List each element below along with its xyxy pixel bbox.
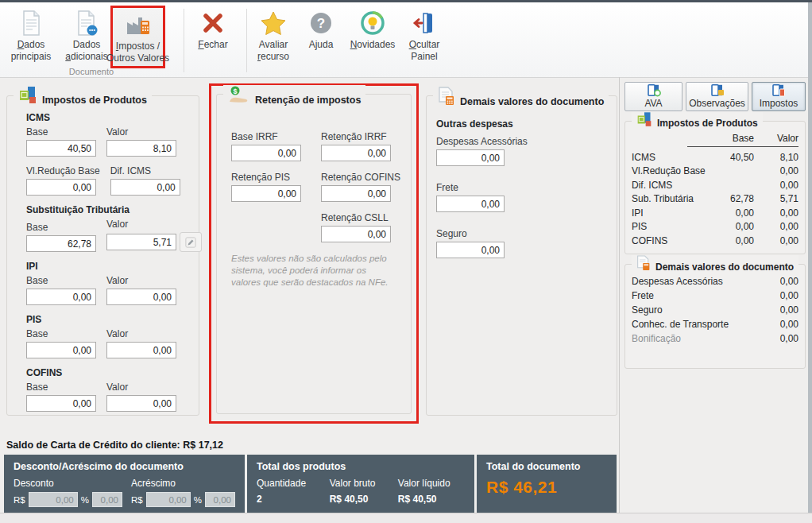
groupbox-title-text: Demais valores do documento [655,262,794,273]
field-label: Base IRRF [231,131,301,142]
despesas-acessorias-input[interactable] [436,149,505,166]
hand-dollar-icon: $ [228,85,250,107]
star-icon [261,7,286,39]
base-irrf-input[interactable] [231,145,301,161]
edit-st-button[interactable] [180,232,202,252]
retencao-pis-input[interactable] [231,185,301,202]
hide-panel-icon [412,7,436,39]
tab-ava[interactable]: AVA [624,82,682,111]
row-label: Seguro [632,304,754,316]
dados-principais-button[interactable]: Dados principais [6,7,56,72]
field: Despesas Acessórias [436,136,607,166]
factory-calculator-icon [125,9,152,41]
percent-label: % [194,495,202,505]
row-valor: 0,00 [754,290,798,301]
field-label: Base [26,222,96,233]
table-row: Vl.Redução Base0,00 [625,165,805,179]
row-label: ICMS [632,152,705,163]
app-window: Dados principais Dados adicionais Impost… [0,0,812,523]
button-label: Ocultar [409,39,440,51]
cofins-base-input[interactable] [26,395,96,412]
row-valor: 0,00 [754,276,798,287]
acrescimo-valor-input[interactable] [146,492,191,507]
icms-valor-input[interactable] [106,140,176,157]
seguro-input[interactable] [436,242,505,258]
ipi-valor-input[interactable] [106,289,176,305]
retencao-groupbox: $ Retenção de impostos Base IRRF Retençã… [216,94,412,414]
field: Base IRRF [231,131,301,161]
field-label: Base [26,328,96,339]
field-label: Base [26,275,96,286]
document-plus-icon [75,7,99,39]
acrescimo-pct-input[interactable] [205,492,235,507]
button-label: Ajuda [309,39,334,51]
retencao-irrf-input[interactable] [321,145,391,161]
section-heading: IPI [26,261,191,272]
icms-base-input[interactable] [26,140,96,157]
sidebar-divider [619,77,620,513]
table-header: Base Valor [687,133,798,147]
field: Base [26,275,96,305]
button-label: Avaliar [259,39,288,51]
fechar-button[interactable]: Fechar [191,7,235,72]
impostos-outros-valores-button[interactable]: Impostos / Outros Valores [113,9,163,74]
field-label: Retenção PIS [231,172,301,183]
button-label: principais [11,51,52,63]
button-label: Dados [73,39,101,51]
button-label: Outros Valores [106,52,169,64]
section-heading: Substituição Tributária [26,204,191,215]
tab-observacoes[interactable]: Observações [686,82,748,111]
field: Frete [436,182,607,212]
pis-valor-input[interactable] [106,342,176,358]
cofins-valor-input[interactable] [106,395,176,412]
row-label: Bonificação [632,333,754,344]
row-valor: 0,00 [754,221,798,232]
ajuda-button[interactable]: ? Ajuda [302,7,340,72]
st-valor-input[interactable] [106,234,176,250]
row-valor: 8,10 [754,152,798,163]
pis-base-input[interactable] [26,342,96,358]
field: Retenção COFINS [321,172,400,202]
ribbon-group-label: Documento [0,67,183,76]
desconto-pct-input[interactable] [92,492,122,507]
valor-liquido-value: R$ 40,50 [398,494,465,505]
row-base: 0,00 [705,235,754,246]
outras-despesas-heading: Outras despesas [436,118,607,130]
field-label: Vl.Redução Base [26,165,100,176]
field-label: Retenção CSLL [321,212,391,223]
ipi-base-input[interactable] [26,289,96,305]
dados-adicionais-button[interactable]: Dados adicionais [60,7,113,72]
frete-input[interactable] [436,196,505,212]
novidades-button[interactable]: Novidades [346,7,399,72]
groupbox-title: Impostos de Produtos [632,112,763,130]
vl-reducao-base-input[interactable] [26,179,96,196]
tab-label: Observações [689,98,745,109]
ribbon-toolbar: Dados principais Dados adicionais Impost… [0,2,808,78]
section-heading: ICMS [26,112,191,123]
dif-icms-input[interactable] [110,179,180,196]
st-base-input[interactable] [26,235,96,252]
retencao-cofins-input[interactable] [321,185,391,202]
groupbox-title: Demais valores do documento [433,87,609,108]
field: Retenção CSLL [321,212,391,242]
ocultar-painel-button[interactable]: Ocultar Painel [402,7,447,72]
button-label: Novidades [350,39,396,51]
field-label: Seguro [436,228,607,239]
row-label: IPI [632,207,705,219]
groupbox-title: $ Retenção de impostos [223,85,365,107]
tab-impostos[interactable]: Impostos [752,82,806,111]
desconto-label: Desconto [14,478,131,489]
button-label: Fechar [198,39,227,51]
valor-bruto-value: R$ 40,50 [330,494,398,505]
retencao-csll-input[interactable] [321,226,391,242]
inputs-row: R$ % R$ % [14,492,235,507]
impostos-produtos-groupbox: Impostos de Produtos ICMS Base Valor Vl.… [6,95,199,416]
document-calculator-icon [438,87,455,108]
desconto-valor-input[interactable] [29,492,78,507]
avaliar-recurso-button[interactable]: Avaliar recurso [249,7,297,72]
list-item: Despesas Acessórias0,00 [625,274,805,289]
valor-liquido-label: Valor líquido [398,478,465,489]
button-label: Dados [17,39,45,51]
valor-bruto-label: Valor bruto [330,478,398,489]
row-label: PIS [632,221,705,232]
